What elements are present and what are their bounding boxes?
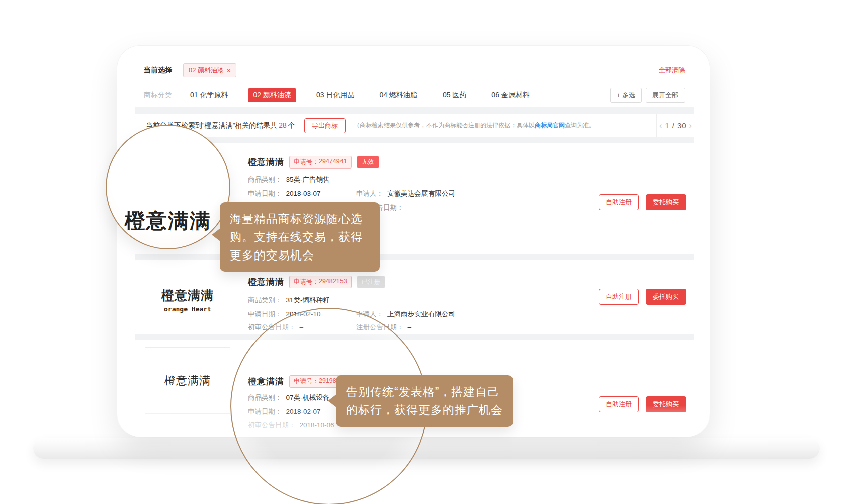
field-value: – xyxy=(300,323,304,331)
trademark-thumbnail[interactable]: 橙意满满 xyxy=(145,347,230,414)
field-value: – xyxy=(408,204,412,211)
entrust-buy-button[interactable]: 委托购买 xyxy=(646,289,686,305)
selected-filter-tag[interactable]: 02 颜料油漆 × xyxy=(183,63,236,77)
tooltip-arrow-icon xyxy=(328,394,336,407)
current-page: 1 xyxy=(665,121,669,130)
prev-page-icon[interactable]: ‹ xyxy=(659,121,662,131)
clear-all-button[interactable]: 全部清除 xyxy=(659,66,685,75)
field-label: 申请日期： xyxy=(248,190,282,197)
magnified-trademark-text: 橙意满满 xyxy=(107,207,229,235)
category-item-01[interactable]: 01 化学原料 xyxy=(185,88,233,102)
feature-tooltip: 告别传统“发表格”，搭建自己的标行，获得更多的推广机会 xyxy=(336,375,513,427)
application-number-label: 申请号： xyxy=(294,377,319,386)
entrust-buy-button[interactable]: 委托购买 xyxy=(646,194,686,210)
trademark-row: 橙意满满 orange Heart 橙意满满 申请号：29482153 已注册 … xyxy=(135,260,694,334)
trademark-office-link[interactable]: 商标局官网 xyxy=(535,122,565,129)
category-item-06[interactable]: 06 金属材料 xyxy=(486,88,534,102)
status-badge: 无效 xyxy=(357,156,379,168)
field-value: – xyxy=(408,323,412,331)
trademark-name[interactable]: 橙意满满 xyxy=(248,276,284,288)
field-value: 2018-10-06 xyxy=(300,421,334,429)
filter-card: 当前选择 02 颜料油漆 × 全部清除 商标分类 01 化学原料 02 颜料油漆… xyxy=(135,59,694,107)
field-value: 31类-饲料种籽 xyxy=(286,296,330,304)
export-trademark-button[interactable]: 导出商标 xyxy=(304,118,346,133)
trademark-name[interactable]: 橙意满满 xyxy=(248,156,284,168)
disclaimer-text: （商标检索结果仅供参考，不作为商标能否注册的法律依据；具体以商标局官网查询为准。… xyxy=(354,121,595,130)
divider xyxy=(135,137,694,143)
results-count: 28 xyxy=(277,121,288,129)
trademark-thumbnail[interactable]: 橙意满满 orange Heart xyxy=(145,267,230,333)
divider xyxy=(135,107,694,114)
results-summary-unit: 个 xyxy=(288,121,295,129)
self-register-button[interactable]: 自助注册 xyxy=(599,289,639,305)
category-item-05[interactable]: 05 医药 xyxy=(438,88,471,102)
entrust-buy-button[interactable]: 委托购买 xyxy=(646,396,686,412)
pagination: ‹ 1 / 30 › xyxy=(656,114,694,137)
field-value: 安徽美达会展有限公司 xyxy=(387,190,455,197)
application-number-tag: 申请号：29482153 xyxy=(289,276,352,288)
self-register-button[interactable]: 自助注册 xyxy=(599,396,639,412)
category-item-03[interactable]: 03 日化用品 xyxy=(311,88,359,102)
next-page-icon[interactable]: › xyxy=(689,121,692,131)
laptop-base xyxy=(33,438,820,459)
disclaimer-prefix: （商标检索结果仅供参考，不作为商标能否注册的法律依据；具体以 xyxy=(354,122,535,129)
total-pages: 30 xyxy=(677,121,686,130)
divider xyxy=(135,334,694,340)
thumbnail-text: 橙意满满 xyxy=(161,287,214,304)
application-number: 29474941 xyxy=(319,158,347,166)
disclaimer-suffix: 查询为准。） xyxy=(565,122,595,129)
field-label: 注册公告日期： xyxy=(356,323,404,331)
application-number: 29482153 xyxy=(319,278,347,286)
thumbnail-text: 橙意满满 xyxy=(164,373,211,388)
field-value: 2018-02-10 xyxy=(286,310,321,318)
current-selection-label: 当前选择 xyxy=(144,66,172,75)
page: 当前选择 02 颜料油漆 × 全部清除 商标分类 01 化学原料 02 颜料油漆… xyxy=(0,0,853,504)
field-label: 申请日期： xyxy=(248,408,282,415)
application-number-label: 申请号： xyxy=(294,158,319,166)
selected-filter-tag-label: 02 颜料油漆 xyxy=(189,66,224,75)
field-value: 上海雨步实业有限公司 xyxy=(387,310,455,318)
results-header: 当前分类下检索到“橙意满满”相关的结果共28个 导出商标 （商标检索结果仅供参考… xyxy=(135,114,694,137)
field-label: 初审公告日期： xyxy=(248,421,296,429)
status-badge: 已注册 xyxy=(357,276,386,288)
category-item-02-active[interactable]: 02 颜料油漆 xyxy=(248,88,296,102)
field-value: 2018-03-07 xyxy=(286,190,321,197)
application-number-label: 申请号： xyxy=(294,278,319,286)
tooltip-text: 告别传统“发表格”，搭建自己的标行，获得更多的推广机会 xyxy=(346,385,503,416)
category-item-04[interactable]: 04 燃料油脂 xyxy=(374,88,422,102)
page-separator: / xyxy=(672,121,674,130)
trademark-name[interactable]: 橙意满满 xyxy=(248,376,284,387)
feature-tooltip: 海量精品商标资源随心选购。支持在线交易，获得更多的交易机会 xyxy=(220,202,380,272)
multi-select-button[interactable]: + 多选 xyxy=(610,88,642,103)
tooltip-arrow-icon xyxy=(212,228,220,241)
field-label: 商品类别： xyxy=(248,296,282,304)
field-label: 初审公告日期： xyxy=(248,323,296,331)
divider xyxy=(135,254,694,260)
field-value: 07类-机械设备 xyxy=(286,394,330,401)
remove-tag-icon[interactable]: × xyxy=(227,67,231,74)
field-label: 申请日期： xyxy=(248,310,282,318)
field-value: 35类-广告销售 xyxy=(286,176,330,183)
field-label: 申请人： xyxy=(356,190,383,197)
field-label: 申请人： xyxy=(356,310,383,318)
application-number-tag: 申请号：29474941 xyxy=(289,156,352,169)
tooltip-text: 海量精品商标资源随心选购。支持在线交易，获得更多的交易机会 xyxy=(230,212,363,262)
category-bar-label: 商标分类 xyxy=(144,91,172,100)
field-label: 商品类别： xyxy=(248,394,282,401)
expand-all-button[interactable]: 展开全部 xyxy=(646,88,685,103)
field-label: 商品类别： xyxy=(248,176,282,183)
field-value: 2018-02-07 xyxy=(286,408,321,415)
thumbnail-subtext: orange Heart xyxy=(164,305,211,313)
self-register-button[interactable]: 自助注册 xyxy=(599,194,639,210)
